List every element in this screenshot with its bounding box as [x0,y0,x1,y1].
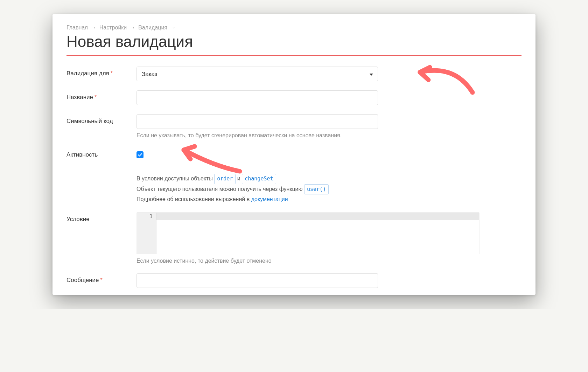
checkbox-active[interactable] [136,151,144,158]
breadcrumb-settings[interactable]: Настройки [99,25,127,30]
label-validation-for: Валидация для [66,70,109,77]
gutter-line-number: 1 [137,213,153,220]
label-symbol-code: Символьный код [66,118,113,124]
breadcrumb-validation[interactable]: Валидация [138,25,167,30]
hint-condition: В условии доступны объекты order и chang… [136,174,479,204]
input-name[interactable] [136,90,378,105]
breadcrumb: Главная → Настройки → Валидация → [66,25,522,31]
code-editor-condition[interactable]: 1 [136,212,479,254]
code-active-line [156,213,479,220]
row-active: Активность [66,148,522,160]
code-pill-user: user() [304,184,329,195]
code-pill-order: order [214,174,236,184]
breadcrumb-separator: → [170,25,176,30]
page-title: Новая валидация [66,33,522,50]
row-condition: Условие 1 Если условие истинно, то дейст… [66,212,522,264]
code-editor-gutter: 1 [137,213,156,254]
link-documentation[interactable]: документации [251,196,288,202]
required-asterisk: * [111,70,113,76]
input-message[interactable] [136,273,378,288]
hint-line3-prefix: Подробнее об использовании выражений в [136,196,251,202]
page-container: Главная → Настройки → Валидация → Новая … [52,14,536,295]
breadcrumb-separator: → [91,25,96,30]
required-asterisk: * [100,277,103,283]
select-validation-for[interactable]: Заказ [136,67,378,81]
row-name: Название* [66,90,522,105]
label-condition: Условие [66,216,90,222]
checkmark-icon [138,152,142,157]
label-name: Название [66,94,93,101]
label-message: Сообщение [66,277,99,283]
hint-line2-prefix: Объект текущего пользователя можно получ… [136,186,304,192]
breadcrumb-separator: → [130,25,135,30]
hint-line1-prefix: В условии доступны объекты [136,175,214,181]
help-symbol-code: Если не указывать, то будет сгенерирован… [136,132,378,139]
row-symbol-code: Символьный код Если не указывать, то буд… [66,114,522,139]
row-message: Сообщение* [66,273,522,288]
code-pill-changeset: changeSet [242,174,276,184]
label-active: Активность [66,151,98,158]
row-condition-hint: В условии доступны объекты order и chang… [66,174,522,209]
help-condition: Если условие истинно, то действие будет … [136,258,479,264]
title-divider [66,55,522,56]
input-symbol-code[interactable] [136,114,378,129]
row-validation-for: Валидация для* Заказ [66,67,522,81]
required-asterisk: * [94,94,97,100]
breadcrumb-home[interactable]: Главная [66,25,88,30]
hint-line1-mid: и [237,175,242,181]
